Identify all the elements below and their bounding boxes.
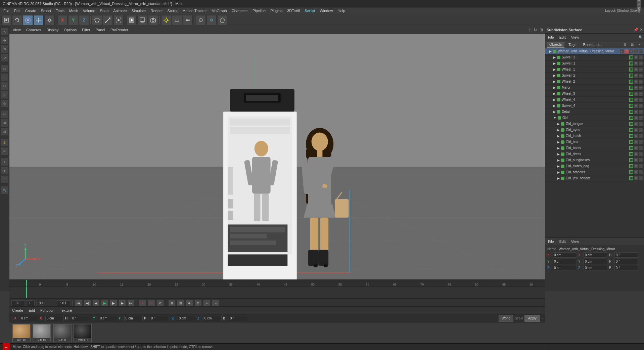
subdivision-close-btn[interactable]: ✕ (640, 28, 643, 32)
mat-menu-create[interactable]: Create (11, 308, 25, 313)
tool-box[interactable]: □ (1, 64, 9, 73)
tool-torus[interactable]: ◎ (1, 99, 9, 107)
menu-3dtoall[interactable]: 3DToAll (285, 8, 302, 13)
material-swatch-girl-bo-1[interactable]: Girl_bo (12, 324, 31, 342)
viewport-menu-prorender[interactable]: ProRender (109, 27, 130, 33)
s3-prop1[interactable]: ⬛ (629, 55, 633, 59)
gcb-p2[interactable]: ⊞ (634, 164, 638, 168)
btn-loop[interactable]: ↺ (156, 300, 164, 307)
obj-prop-v[interactable]: ✓ (620, 49, 624, 53)
btn-timeline-6[interactable]: ⊿ (212, 300, 219, 307)
om-menu-file[interactable]: File (547, 35, 555, 40)
viewport-menu-options[interactable]: Options (62, 27, 78, 33)
gd-p3[interactable]: ⋯ (639, 152, 643, 156)
btn-record[interactable]: ● (139, 300, 146, 307)
gi-p3[interactable]: ⋯ (639, 116, 643, 120)
tool-material[interactable]: $ (1, 138, 9, 146)
tool-extrude[interactable]: ⊞ (1, 119, 9, 127)
object-item-girl-dress[interactable]: ▶ Girl_dress ⬛ ⊞ ⋯ (545, 151, 644, 157)
tool-move[interactable]: ✛ (1, 36, 9, 44)
btn-timeline-3[interactable]: ⊕ (186, 300, 193, 307)
menu-tools[interactable]: Tools (54, 8, 66, 13)
menu-script[interactable]: Script (303, 8, 317, 13)
s1-p1[interactable]: ⬛ (629, 61, 633, 65)
btn-next-keyframe[interactable]: ▶ (119, 300, 126, 307)
coord-x2-input[interactable] (45, 316, 64, 321)
object-item-girl-boots[interactable]: ▶ Girl_boots ⬛ ⊞ ⋯ (545, 145, 644, 151)
s1-p2[interactable]: ⊞ (634, 61, 638, 65)
menu-snap[interactable]: Snap (98, 8, 111, 13)
tool-scale[interactable]: ⤢ (1, 54, 9, 62)
w1-p1[interactable]: ⬛ (629, 68, 633, 72)
s2-p2[interactable]: ⊞ (634, 74, 638, 78)
menu-motion-tracker[interactable]: Motion Tracker (180, 8, 209, 13)
object-item-mirror[interactable]: ▶ Mirror ⬛ ⊞ ⋯ (545, 85, 644, 91)
viewport-menu-view[interactable]: View (11, 27, 22, 33)
menu-mograph[interactable]: MoGraph (210, 8, 229, 13)
s2-p3[interactable]: ⋯ (639, 74, 643, 78)
attr-b-input[interactable] (614, 265, 638, 270)
toolbar-floor-btn[interactable] (172, 15, 182, 25)
btn-play-fwd[interactable]: ▶ (110, 300, 117, 307)
toolbar-scale-btn[interactable] (44, 15, 54, 25)
object-item-root[interactable]: ▶ Woman_with_Virtual_Dressing_Mirror ✓ R… (545, 48, 644, 54)
viewport-menu-cameras[interactable]: Cameras (25, 27, 43, 33)
w4-p2[interactable]: ⊞ (634, 98, 638, 102)
gs-p1[interactable]: ⬛ (629, 158, 633, 162)
gb-p1[interactable]: ⬛ (629, 146, 633, 150)
toolbar-z-btn[interactable]: Z (79, 15, 89, 25)
viewport-icon-move[interactable]: ⊹ (527, 28, 531, 32)
toolbar-renderview-btn[interactable] (137, 15, 147, 25)
tool-rotate[interactable]: ↻ (1, 45, 9, 53)
menu-render[interactable]: Render (148, 8, 165, 13)
menu-help[interactable]: Help (335, 8, 347, 13)
w1-p2[interactable]: ⊞ (634, 68, 638, 72)
coord-y2-input[interactable] (124, 316, 143, 321)
btn-timeline-4[interactable]: Ω (194, 300, 202, 307)
object-item-girl-eyes[interactable]: ▶ Girl_eyes ⬛ ⊞ ⋯ (545, 127, 644, 133)
menu-mesh[interactable]: Mesh (67, 8, 80, 13)
material-swatch-girl-bo-2[interactable]: Girl_bo (33, 324, 51, 342)
btn-first-frame[interactable]: ⏮ (75, 300, 82, 307)
object-item-swivel1[interactable]: ▶ Swivel_1 ⬛ ⊞ ⋯ (545, 60, 644, 67)
mi-p3[interactable]: ⋯ (639, 86, 643, 90)
gbr-p3[interactable]: ⋯ (639, 170, 643, 174)
tool-boole[interactable]: ⊕ (1, 167, 9, 175)
tool-cylinder[interactable]: ⬡ (1, 82, 9, 90)
om-menu-edit[interactable]: Edit (558, 35, 567, 40)
toolbar-more-btn[interactable] (183, 15, 193, 25)
coord-z2-input[interactable] (203, 316, 222, 321)
ge-p2[interactable]: ⊞ (634, 128, 638, 132)
object-item-girl-clutch-bag[interactable]: ▶ Girl_clutch_bag ⬛ ⊞ ⋯ (545, 163, 644, 169)
w3-p3[interactable]: ⋯ (639, 92, 643, 96)
object-item-girl-hair[interactable]: ▶ Girl_hair ⬛ ⊞ ⋯ (545, 139, 644, 145)
dt-p1[interactable]: ⬛ (629, 110, 633, 114)
viewport-icon-zoom[interactable]: ⊞ (540, 28, 543, 32)
viewport-menu-filter[interactable]: Filter (81, 27, 91, 33)
object-item-girl[interactable]: ▼ Girl ⬛ ⊞ ⋯ (545, 115, 644, 121)
gcb-p3[interactable]: ⋯ (639, 164, 643, 168)
attr-x-input[interactable] (553, 252, 576, 258)
gb-p2[interactable]: ⊞ (634, 146, 638, 150)
coord-y-input[interactable] (99, 316, 117, 321)
tool-cursor[interactable]: ↖ (1, 28, 9, 36)
om-menu-view[interactable]: View (570, 35, 581, 40)
menu-file[interactable]: File (1, 8, 11, 13)
toolbar-snap-btn[interactable] (196, 15, 206, 25)
gjb-p2[interactable]: ⊞ (634, 176, 638, 180)
gs-p2[interactable]: ⊞ (634, 158, 638, 162)
material-swatch-girl-cl[interactable]: Girl_cl (53, 324, 72, 342)
toolbar-x-btn[interactable]: X (57, 15, 67, 25)
btn-record-auto[interactable]: ⊙ (148, 300, 155, 307)
toolbar-camera-btn[interactable] (148, 15, 158, 25)
dt-p3[interactable]: ⋯ (639, 110, 643, 114)
toolbar-point-btn[interactable] (113, 15, 124, 25)
gb-p3[interactable]: ⋯ (639, 146, 643, 150)
menu-sculpt[interactable]: Sculpt (166, 8, 180, 13)
menu-pipeline[interactable]: Pipeline (250, 8, 268, 13)
s2-p1[interactable]: ⬛ (629, 74, 633, 78)
coord-x-input[interactable] (20, 316, 38, 321)
ge-p3[interactable]: ⋯ (639, 128, 643, 132)
object-item-wheel2[interactable]: ▶ Wheel_2 ⬛ ⊞ ⋯ (545, 79, 644, 85)
btn-timeline-5[interactable]: ≡ (203, 300, 211, 307)
